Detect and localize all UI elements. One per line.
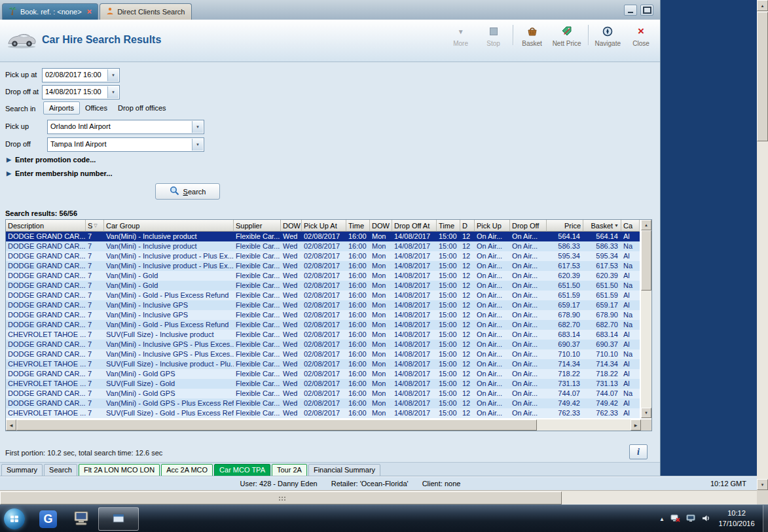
column-header-1-s[interactable]: S▽ [86,220,104,232]
dropdown-arrow-icon[interactable]: ▼ [192,139,203,151]
table-row[interactable]: DODGE GRAND CAR...7Van(Mini) - Inclusive… [6,241,640,251]
dropoff-at-select[interactable]: 14/08/2017 15:00 ▼ [42,85,120,99]
scroll-right-button[interactable]: ▶ [631,419,641,431]
taskbar-clock[interactable]: 10:12 17/10/2016 [713,508,760,529]
table-row[interactable]: DODGE GRAND CAR...7Van(Mini) - Gold - Pl… [6,291,640,300]
remote-session-icon[interactable] [686,514,696,523]
bottom-tab-summary[interactable]: Summary [1,464,43,478]
table-row[interactable]: CHEVROLET TAHOE ...7SUV(Full Size) - Inc… [6,359,640,369]
membership-number-expander[interactable]: ▶ Enter membership number... [7,169,112,177]
column-header-12-drop-off[interactable]: Drop Off [510,220,547,232]
outer-scroll-up-button[interactable]: ▲ [757,0,768,11]
tab-close-icon[interactable]: × [87,9,92,15]
basket-button[interactable]: Basket [516,23,549,47]
table-row[interactable]: DODGE GRAND CAR...7Van(Mini) - GoldFlexi… [6,271,640,281]
results-horizontal-scrollbar[interactable]: ◀ ▶ [6,419,641,431]
stop-button[interactable]: Stop [477,23,510,47]
taskbar-active-window-button[interactable] [98,507,139,531]
scroll-up-button[interactable]: ▲ [641,220,651,230]
basket-label: Basket [522,40,542,47]
column-header-0-description[interactable]: Description [6,220,86,232]
dropdown-arrow-icon[interactable]: ▼ [192,121,203,133]
taskbar-app-computer-button[interactable] [65,507,96,531]
sort-icon: ▼ [614,223,619,228]
taskbar-app-g-button[interactable]: G [33,507,64,531]
more-button[interactable]: ▼ More [445,23,477,47]
start-button[interactable] [4,508,25,529]
table-row[interactable]: DODGE GRAND CAR...7Van(Mini) - Gold GPSF… [6,389,640,399]
horizontal-scroll-thumb[interactable] [16,419,537,431]
table-row[interactable]: DODGE GRAND CAR...7Van(Mini) - Gold GPSF… [6,369,640,379]
column-header-2-car-group[interactable]: Car Group [104,220,234,232]
table-row[interactable]: DODGE GRAND CAR...7Van(Mini) - Gold GPS … [6,399,640,408]
column-header-6-time[interactable]: Time [346,220,370,232]
tab-booking-ref[interactable]: Book. ref. : <none> × [2,3,98,20]
column-header-3-supplier[interactable]: Supplier [234,220,281,232]
vertical-scroll-thumb[interactable] [641,230,651,291]
column-header-7-dow[interactable]: DOW [370,220,392,232]
cell-15: Al [621,408,640,418]
table-row[interactable]: DODGE GRAND CAR...7Van(Mini) - Inclusive… [6,300,640,310]
bottom-tab-search[interactable]: Search [44,464,77,478]
table-row[interactable]: DODGE GRAND CAR...7Van(Mini) - Inclusive… [6,310,640,320]
outer-scroll-down-button[interactable]: ▼ [757,479,768,490]
show-desktop-button[interactable] [763,505,768,532]
column-header-13-price[interactable]: Price [547,220,583,232]
network-error-icon[interactable] [670,514,680,524]
scroll-down-button[interactable]: ▼ [641,408,651,418]
table-row[interactable]: DODGE GRAND CAR...7Van(Mini) - Inclusive… [6,349,640,359]
outer-vertical-scrollbar[interactable]: ▲ ▼ [757,0,768,490]
bottom-tab-tour-2a[interactable]: Tour 2A [272,464,307,478]
filter-icon[interactable]: ▽ [94,223,97,228]
bottom-tab-financial-summary[interactable]: Financial Summary [308,464,380,478]
column-header-5-pick-up-at[interactable]: Pick Up At [302,220,346,232]
column-header-10-d[interactable]: D [460,220,475,232]
minimize-button[interactable] [624,5,637,16]
tab-direct-clients[interactable]: Direct Clients Search [100,3,191,20]
pickup-location-select[interactable]: Orlando Intl Airport ▼ [47,120,204,134]
column-header-4-dow[interactable]: DOW [281,220,302,232]
column-header-9-time[interactable]: Time [437,220,460,232]
column-header-15-ca[interactable]: Ca [621,220,640,232]
search-in-option-airports[interactable]: Airports [43,101,80,115]
bottom-tab-acc-2a-mco[interactable]: Acc 2A MCO [161,464,213,478]
search-button[interactable]: Search [155,183,220,200]
table-row[interactable]: CHEVROLET TAHOE ...7SUV(Full Size) - Inc… [6,330,640,340]
table-row[interactable]: DODGE GRAND CAR...7Van(Mini) - Gold - Pl… [6,320,640,330]
dropdown-arrow-icon[interactable]: ▼ [107,69,119,81]
table-row[interactable]: CHEVROLET TAHOE ...7SUV(Full Size) - Gol… [6,408,640,418]
column-header-14-basket[interactable]: Basket▼ [583,220,621,232]
table-row[interactable]: DODGE GRAND CAR...7Van(Mini) - Inclusive… [6,261,640,271]
volume-icon[interactable] [702,514,710,523]
pickup-at-select[interactable]: 02/08/2017 16:00 ▼ [42,68,120,82]
cell-10: 12 [460,359,475,369]
more-icon: ▼ [458,25,464,38]
tray-expand-icon[interactable]: ▲ [659,516,665,522]
navigate-button[interactable]: Navigate [591,23,625,47]
maximize-button[interactable] [640,5,653,16]
outer-horizontal-scroll-thumb[interactable] [0,491,562,505]
cell-4: Wed [281,369,302,379]
table-row[interactable]: DODGE GRAND CAR...7Van(Mini) - GoldFlexi… [6,281,640,291]
bottom-tab-flt-2a-lon-mco-lon[interactable]: Flt 2A LON MCO LON [79,464,160,478]
scroll-left-button[interactable]: ◀ [6,419,16,431]
nett-price-label: Nett Price [553,40,581,47]
close-button[interactable]: × Close [625,23,657,47]
dropoff-location-select[interactable]: Tampa Intl Airport ▼ [47,137,204,152]
promotion-code-expander[interactable]: ▶ Enter promotion code... [7,156,96,164]
outer-vertical-scroll-thumb[interactable] [757,12,768,141]
table-row[interactable]: DODGE GRAND CAR...7Van(Mini) - Inclusive… [6,232,640,241]
table-row[interactable]: DODGE GRAND CAR...7Van(Mini) - Inclusive… [6,251,640,261]
dropdown-arrow-icon[interactable]: ▼ [107,86,119,98]
search-in-option-offices[interactable]: Offices [80,102,113,114]
search-in-option-drop-off-offices[interactable]: Drop off offices [113,102,172,114]
nett-price-button[interactable]: Nett Price [549,23,585,47]
results-vertical-scrollbar[interactable]: ▲ ▼ [641,220,651,418]
column-header-11-pick-up[interactable]: Pick Up [475,220,510,232]
info-button[interactable]: i [629,444,648,459]
table-row[interactable]: CHEVROLET TAHOE ...7SUV(Full Size) - Gol… [6,379,640,389]
outer-horizontal-scrollbar[interactable] [0,490,757,505]
table-row[interactable]: DODGE GRAND CAR...7Van(Mini) - Inclusive… [6,340,640,349]
column-header-8-drop-off-at[interactable]: Drop Off At [392,220,437,232]
bottom-tab-car-mco-tpa[interactable]: Car MCO TPA [214,464,270,478]
